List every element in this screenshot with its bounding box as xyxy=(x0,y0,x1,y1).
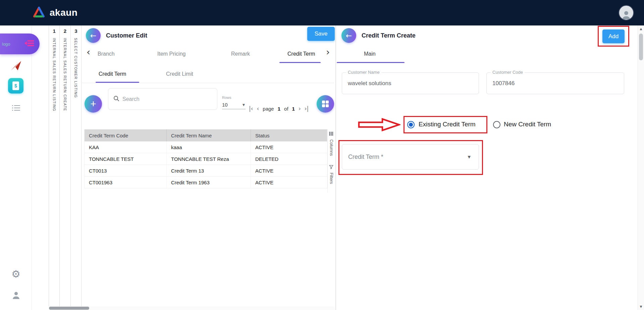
last-page-button[interactable]: ›| xyxy=(305,105,309,112)
step-strip-3[interactable]: 3 SELECT CUSTOMER LISTING xyxy=(71,25,82,306)
cell-code: CT001963 xyxy=(85,177,167,188)
active-tab-indicator xyxy=(337,62,405,63)
top-bar: akaun xyxy=(0,0,644,25)
back-button[interactable]: ← xyxy=(341,28,356,43)
customer-name-value: wavelet solutions xyxy=(348,80,391,87)
credit-term-table: Credit Term Code Credit Term Name Status… xyxy=(84,129,327,188)
vertical-scrollbar-thumb[interactable] xyxy=(639,34,643,60)
tabs-scroll-left-icon[interactable]: ‹ xyxy=(87,48,90,57)
step-strip-1[interactable]: 1 INTERNAL SALES RETURN LISTING xyxy=(49,25,60,306)
scroll-up-icon[interactable]: ▲ xyxy=(638,25,644,32)
tab-main[interactable]: Main xyxy=(364,51,376,57)
tabs-scroll-right-icon[interactable]: › xyxy=(326,48,330,57)
subtab-credit-term[interactable]: Credit Term xyxy=(99,71,126,77)
columns-label: Columns xyxy=(329,139,334,156)
customer-code-field[interactable]: Customer Code 1007846 xyxy=(486,72,624,94)
step-label: SELECT CUSTOMER LISTING xyxy=(74,38,78,98)
cell-status: ACTIVE xyxy=(251,165,328,176)
page-title-credit-term-create: Credit Term Create xyxy=(362,32,416,39)
step-label: INTERNAL SALES RETURN CREATE xyxy=(63,38,67,111)
customer-code-value: 1007846 xyxy=(492,80,515,87)
cell-name: Credit Term 13 xyxy=(167,165,251,176)
cell-name: TONNCABLE TEST Reza xyxy=(167,153,251,165)
annotation-arrow xyxy=(358,118,400,131)
add-record-button[interactable]: + xyxy=(85,95,102,113)
svg-text:$: $ xyxy=(14,83,17,88)
subtab-credit-limit[interactable]: Credit Limit xyxy=(166,71,193,77)
first-page-button[interactable]: |‹ xyxy=(249,105,253,112)
radio-existing-credit-term-label[interactable]: Existing Credit Term xyxy=(419,121,476,128)
radio-existing-credit-term[interactable] xyxy=(407,121,415,128)
filters-label: Filters xyxy=(329,173,334,184)
scroll-down-icon[interactable]: ▼ xyxy=(638,303,644,310)
list-menu-icon[interactable] xyxy=(0,105,32,111)
page-word: page xyxy=(263,106,274,112)
cell-name: kaaa xyxy=(167,141,251,153)
radio-new-credit-term[interactable] xyxy=(493,121,500,128)
search-box[interactable] xyxy=(108,88,217,110)
dropdown-caret-icon: ▼ xyxy=(468,155,471,159)
current-page: 1 xyxy=(278,106,280,112)
step-label: INTERNAL SALES RETURN LISTING xyxy=(52,38,56,111)
total-pages: 1 xyxy=(292,106,295,112)
menu-toggle-icon[interactable] xyxy=(24,40,34,48)
cell-code: TONNCABLE TEST xyxy=(85,153,167,165)
column-header-status[interactable]: Status xyxy=(251,129,328,141)
breadcrumb-step-strips: 1 INTERNAL SALES RETURN LISTING 2 INTERN… xyxy=(49,25,82,306)
credit-term-dropdown-label: Credit Term * xyxy=(348,153,383,161)
tab-credit-term[interactable]: Credit Term xyxy=(287,51,315,57)
vertical-scrollbar[interactable]: ▲ ▼ xyxy=(638,25,644,310)
columns-tool[interactable]: Columns xyxy=(329,131,334,156)
add-button[interactable]: Add xyxy=(602,29,625,43)
table-row[interactable]: CT001963 Credit Term 1963 ACTIVE xyxy=(85,177,327,188)
horizontal-scrollbar[interactable] xyxy=(49,306,335,310)
sales-app-icon[interactable] xyxy=(0,60,32,71)
profile-person-icon[interactable] xyxy=(0,290,32,300)
tab-branch[interactable]: Branch xyxy=(98,51,115,57)
cell-status: ACTIVE xyxy=(251,141,328,153)
step-number: 1 xyxy=(53,28,55,34)
horizontal-scrollbar-thumb[interactable] xyxy=(49,307,89,310)
brand-name: akaun xyxy=(50,7,77,18)
table-row[interactable]: CT0013 Credit Term 13 ACTIVE xyxy=(85,165,327,177)
settings-gear-icon[interactable]: ⚙ xyxy=(0,268,32,280)
column-header-credit-term-name[interactable]: Credit Term Name xyxy=(167,129,251,141)
tab-item-pricing[interactable]: Item Pricing xyxy=(157,51,185,57)
page-title-customer-edit: Customer Edit xyxy=(106,32,147,39)
grid-view-button[interactable] xyxy=(317,95,334,113)
tab-remark[interactable]: Remark xyxy=(231,51,250,57)
pagination: |‹ ‹ page 1 of 1 › ›| xyxy=(249,102,309,115)
table-row[interactable]: KAA kaaa ACTIVE xyxy=(85,141,327,153)
prev-page-button[interactable]: ‹ xyxy=(257,105,259,112)
rows-per-page-select[interactable]: Rows 10 ▼ xyxy=(222,96,246,109)
search-input[interactable] xyxy=(122,96,212,102)
step-strip-2[interactable]: 2 INTERNAL SALES RETURN CREATE xyxy=(60,25,70,306)
credit-term-dropdown[interactable]: Credit Term * ▼ xyxy=(342,144,479,170)
sidebar-logo-text: logo xyxy=(2,42,10,47)
radio-new-credit-term-label[interactable]: New Credit Term xyxy=(504,121,551,128)
cell-status: DELETED xyxy=(251,153,328,165)
brand-logo: akaun xyxy=(32,0,77,25)
step-number: 3 xyxy=(74,28,77,34)
cell-name: Credit Term 1963 xyxy=(167,177,251,188)
panel-divider xyxy=(335,25,336,310)
customer-name-field[interactable]: Customer Name wavelet solutions xyxy=(342,72,479,94)
table-header-row: Credit Term Code Credit Term Name Status xyxy=(85,129,327,141)
user-avatar[interactable] xyxy=(619,5,634,20)
columns-icon xyxy=(329,131,333,137)
customer-name-label: Customer Name xyxy=(346,70,381,75)
table-row[interactable]: TONNCABLE TEST TONNCABLE TEST Reza DELET… xyxy=(85,153,327,165)
back-button[interactable]: ← xyxy=(86,28,101,43)
filters-tool[interactable]: Filters xyxy=(329,165,334,184)
cell-status: ACTIVE xyxy=(251,177,328,188)
column-header-credit-term-code[interactable]: Credit Term Code xyxy=(85,129,167,141)
sidebar-logo-box: logo xyxy=(0,34,40,54)
next-page-button[interactable]: › xyxy=(299,105,301,112)
subtab-divider xyxy=(82,83,334,83)
billing-app-icon[interactable]: $ xyxy=(8,78,23,94)
customer-code-label: Customer Code xyxy=(491,70,525,75)
rows-label: Rows xyxy=(222,96,246,100)
save-button[interactable]: Save xyxy=(307,27,335,41)
filter-funnel-icon xyxy=(329,165,333,171)
rows-value: 10 xyxy=(222,102,228,108)
